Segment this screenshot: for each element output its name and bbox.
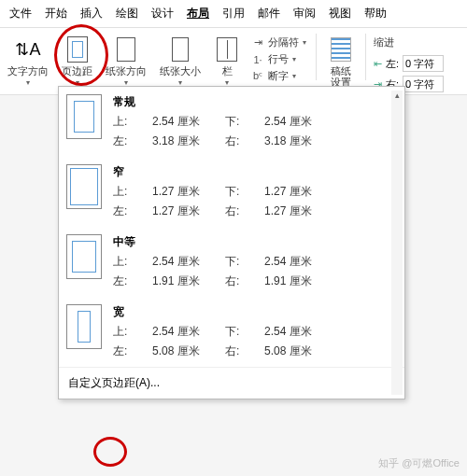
menu-item-7[interactable]: 邮件	[258, 6, 280, 21]
margins-dropdown: ▴ 常规上:2.54 厘米下:2.54 厘米左:3.18 厘米右:3.18 厘米…	[58, 86, 405, 399]
preset-icon	[66, 234, 102, 279]
menu-item-0[interactable]: 文件	[9, 6, 32, 21]
preset-values: 上:2.54 厘米下:2.54 厘米左:5.08 厘米右:5.08 厘米	[113, 324, 397, 359]
draft-button[interactable]: 稿纸 设置	[324, 34, 358, 90]
indent-group: 缩进 ⇤ 左: ⇥ 右:	[374, 34, 444, 92]
indent-right-input[interactable]	[403, 76, 444, 92]
linenum-button[interactable]: 1·行号 ▾	[251, 52, 306, 66]
menu-item-2[interactable]: 插入	[80, 6, 103, 21]
menu-item-9[interactable]: 视图	[329, 6, 351, 21]
breaks-group: ⇥分隔符 ▾ 1·行号 ▾ bᶜ断字 ▾	[249, 34, 308, 85]
text-direction-button[interactable]: ⇅A 文字方向 ▾	[4, 34, 52, 89]
preset-values: 上:2.54 厘米下:2.54 厘米左:1.91 厘米右:1.91 厘米	[113, 254, 397, 289]
breaks-button[interactable]: ⇥分隔符 ▾	[251, 35, 306, 49]
draft-label: 稿纸 设置	[331, 65, 351, 88]
preset-title: 窄	[113, 164, 397, 180]
preset-body: 常规上:2.54 厘米下:2.54 厘米左:3.18 厘米右:3.18 厘米	[113, 94, 397, 149]
divider	[316, 34, 317, 80]
indent-left-label: 左:	[386, 57, 399, 71]
orientation-label: 纸张方向	[106, 65, 147, 77]
margin-preset-normal[interactable]: 常规上:2.54 厘米下:2.54 厘米左:3.18 厘米右:3.18 厘米	[59, 87, 404, 157]
menu-bar: 文件开始插入绘图设计布局引用邮件审阅视图帮助	[0, 0, 467, 28]
custom-margins-button[interactable]: 自定义页边距(A)...	[59, 367, 404, 399]
columns-icon	[214, 35, 240, 63]
orientation-icon	[113, 35, 139, 63]
margin-preset-narrow[interactable]: 窄上:1.27 厘米下:1.27 厘米左:1.27 厘米右:1.27 厘米	[59, 157, 404, 227]
margins-button[interactable]: 页边距 ▾	[58, 34, 96, 89]
breaks-icon: ⇥	[251, 36, 264, 49]
size-icon	[167, 35, 193, 63]
linenum-icon: 1·	[251, 54, 264, 65]
annotation-circle	[93, 437, 127, 467]
preset-icon	[66, 164, 102, 209]
hyphen-icon: bᶜ	[251, 70, 264, 82]
preset-values: 上:2.54 厘米下:2.54 厘米左:3.18 厘米右:3.18 厘米	[113, 114, 397, 149]
menu-item-3[interactable]: 绘图	[116, 6, 138, 21]
margin-preset-wide[interactable]: 宽上:2.54 厘米下:2.54 厘米左:5.08 厘米右:5.08 厘米	[59, 297, 404, 367]
hyphen-label: 断字	[268, 69, 289, 83]
menu-item-1[interactable]: 开始	[45, 6, 67, 21]
columns-button[interactable]: 栏 ▾	[210, 34, 244, 89]
indent-left-icon: ⇤	[374, 58, 382, 70]
preset-title: 中等	[113, 234, 397, 250]
margins-icon	[64, 35, 91, 63]
watermark: 知乎 @可燃Office	[378, 456, 460, 470]
columns-label: 栏	[222, 65, 233, 77]
text-direction-label: 文字方向	[7, 65, 49, 77]
draft-icon	[328, 35, 354, 63]
orientation-button[interactable]: 纸张方向 ▾	[102, 34, 150, 89]
margins-label: 页边距	[62, 65, 92, 77]
preset-values: 上:1.27 厘米下:1.27 厘米左:1.27 厘米右:1.27 厘米	[113, 184, 397, 219]
indent-left-row: ⇤ 左:	[374, 55, 444, 72]
preset-icon	[66, 304, 102, 349]
linenum-label: 行号	[268, 52, 289, 66]
size-label: 纸张大小	[160, 65, 201, 77]
preset-title: 常规	[113, 94, 397, 110]
text-direction-icon: ⇅A	[15, 35, 41, 63]
size-button[interactable]: 纸张大小 ▾	[156, 34, 205, 89]
indent-title: 缩进	[374, 35, 444, 49]
preset-body: 窄上:1.27 厘米下:1.27 厘米左:1.27 厘米右:1.27 厘米	[113, 164, 397, 219]
preset-body: 宽上:2.54 厘米下:2.54 厘米左:5.08 厘米右:5.08 厘米	[113, 304, 397, 359]
indent-left-input[interactable]	[403, 55, 444, 72]
menu-item-4[interactable]: 设计	[151, 6, 174, 21]
scroll-up-icon[interactable]: ▴	[391, 91, 403, 102]
menu-item-5[interactable]: 布局	[187, 6, 209, 21]
preset-title: 宽	[113, 304, 397, 320]
breaks-label: 分隔符	[268, 35, 299, 49]
chevron-down-icon: ▾	[26, 78, 30, 87]
scrollbar[interactable]: ▴	[391, 91, 403, 395]
hyphen-button[interactable]: bᶜ断字 ▾	[251, 69, 306, 83]
margin-preset-medium[interactable]: 中等上:2.54 厘米下:2.54 厘米左:1.91 厘米右:1.91 厘米	[59, 227, 404, 297]
divider	[365, 34, 366, 80]
preset-icon	[66, 94, 102, 139]
menu-item-10[interactable]: 帮助	[364, 6, 387, 21]
menu-item-8[interactable]: 审阅	[293, 6, 316, 21]
menu-item-6[interactable]: 引用	[222, 6, 245, 21]
preset-body: 中等上:2.54 厘米下:2.54 厘米左:1.91 厘米右:1.91 厘米	[113, 234, 397, 289]
